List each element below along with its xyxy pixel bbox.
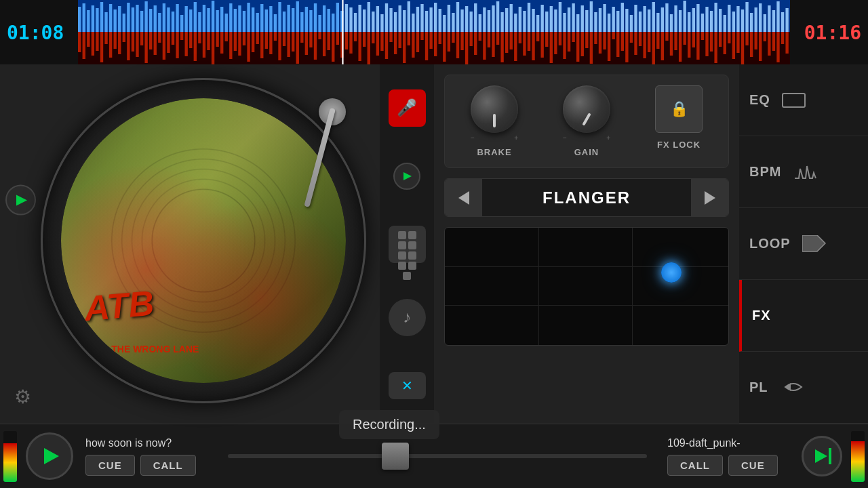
svg-rect-82 [439,9,441,32]
crossfader-handle[interactable] [382,443,409,470]
svg-rect-154 [759,3,762,32]
svg-rect-171 [114,32,117,49]
time-right: 01:16 [804,21,861,43]
svg-rect-123 [621,3,624,32]
bottom-play-button-left[interactable] [26,432,73,480]
svg-rect-240 [420,32,423,40]
svg-rect-203 [256,32,259,44]
sidebar-loop-label: LOOP [749,236,791,251]
xy-pad-dot [661,262,682,283]
svg-rect-38 [243,11,245,32]
sidebar-item-pl[interactable]: PL [739,352,868,424]
svg-rect-141 [701,14,704,32]
call-button-right[interactable]: CALL [667,455,723,476]
svg-rect-261 [514,32,517,61]
svg-rect-197 [229,32,232,59]
bottom-skip-button[interactable] [802,436,842,476]
svg-rect-176 [136,32,138,57]
svg-rect-168 [100,32,103,62]
fxlock-button[interactable]: 🔒 [655,85,703,133]
svg-rect-118 [599,8,601,32]
xy-pad[interactable] [444,227,729,346]
settings-button[interactable]: ⚙ [5,380,39,413]
svg-rect-7 [104,12,107,32]
left-play-button[interactable] [5,185,36,216]
svg-rect-167 [96,32,98,51]
svg-rect-299 [684,32,686,45]
svg-rect-10 [118,6,121,32]
sidebar-item-eq[interactable]: EQ [739,64,868,136]
svg-rect-43 [265,9,268,32]
svg-rect-208 [278,32,281,60]
svg-rect-124 [625,9,628,32]
svg-rect-177 [140,32,143,45]
svg-rect-121 [612,7,615,32]
svg-rect-289 [639,32,642,46]
svg-rect-237 [408,32,410,45]
turntable[interactable]: ATB I'M IN THE WRONG LANE DJ Studio SIDE… [41,78,366,403]
svg-rect-181 [158,32,161,43]
svg-rect-71 [389,8,392,32]
svg-rect-25 [185,6,188,32]
svg-marker-324 [802,235,825,251]
svg-rect-185 [176,32,178,58]
xy-grid-h2 [445,305,728,306]
svg-rect-61 [345,4,348,32]
crossfader-track[interactable] [228,454,647,458]
bottom-bar: how soon is now? CUE CALL 109-daft_punk-… [0,424,868,488]
svg-rect-11 [123,14,125,32]
sidebar-item-loop[interactable]: LOOP [739,208,868,280]
center-play-button[interactable] [393,163,420,190]
svg-rect-136 [679,10,682,32]
svg-rect-180 [154,32,157,55]
svg-rect-13 [132,7,134,32]
svg-rect-220 [332,32,334,62]
svg-rect-80 [429,7,432,32]
svg-rect-103 [532,9,534,32]
cue-button-left[interactable]: CUE [85,455,135,476]
effect-selector: FLANGER [444,178,729,217]
svg-rect-215 [309,32,312,47]
call-button-left[interactable]: CALL [140,455,196,476]
svg-rect-194 [216,32,218,47]
svg-rect-166 [92,32,94,56]
grid-button[interactable] [389,226,426,263]
svg-rect-195 [220,32,223,54]
fxlock-label: FX LOCK [657,140,701,150]
sidebar-item-bpm[interactable]: BPM [739,136,868,208]
cue-button-right[interactable]: CUE [728,455,778,476]
svg-rect-85 [452,13,454,32]
svg-rect-106 [545,12,548,32]
music-button[interactable]: ♪ [389,299,426,336]
mic-button[interactable]: 🎤 [389,89,426,127]
sidebar-item-fx[interactable]: FX [739,280,868,352]
grid-dot [408,231,416,239]
effect-prev-button[interactable] [445,179,482,216]
svg-rect-33 [220,7,223,32]
effect-next-button[interactable] [691,179,728,216]
svg-rect-142 [705,7,708,32]
svg-rect-89 [470,12,473,32]
svg-rect-120 [608,14,610,32]
svg-rect-285 [621,32,624,51]
svg-rect-87 [460,9,463,32]
svg-rect-284 [616,32,619,57]
svg-rect-35 [229,3,232,32]
svg-rect-50 [296,1,299,32]
svg-rect-227 [363,32,366,47]
svg-rect-241 [425,32,428,60]
svg-rect-14 [136,5,138,32]
svg-rect-135 [674,5,677,32]
svg-rect-153 [755,7,757,32]
gain-knob[interactable] [563,85,610,133]
svg-rect-1 [78,7,81,32]
brake-knob-group: − + BRAKE [455,85,534,157]
crossfader-button[interactable]: ✕ [389,372,426,399]
svg-rect-157 [772,10,775,32]
brake-knob[interactable] [471,85,518,133]
svg-rect-31 [212,1,214,32]
svg-rect-247 [452,32,454,43]
svg-rect-116 [590,1,593,32]
svg-rect-290 [643,32,646,58]
waveform-container[interactable] [78,0,790,64]
